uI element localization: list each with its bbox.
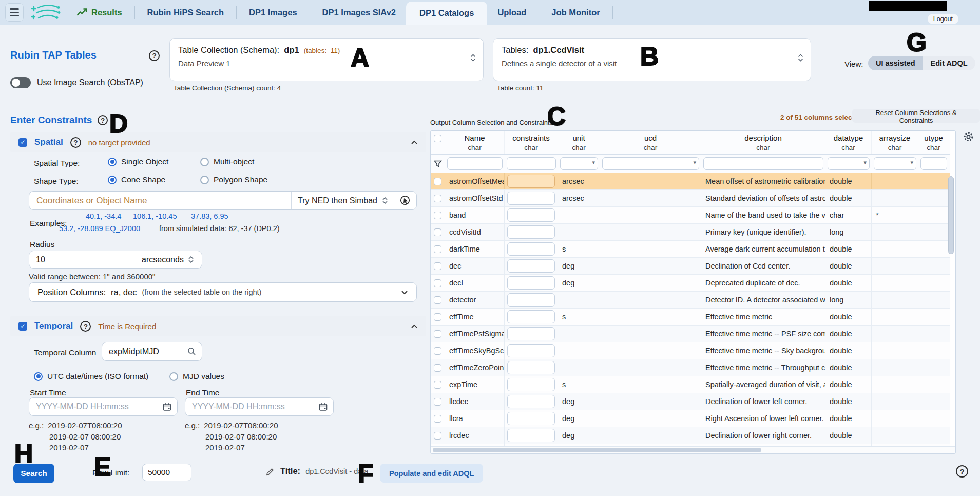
- column-header-datatype[interactable]: datatypechar: [825, 131, 872, 154]
- row-constraint-input[interactable]: [507, 429, 555, 442]
- table-row[interactable]: effTimeSkyBgScalEffective time metric --…: [431, 342, 950, 359]
- table-row[interactable]: darkTimesAverage dark current accumulati…: [431, 241, 950, 258]
- tab-dp1-catalogs-active[interactable]: DP1 Catalogs: [406, 2, 487, 25]
- row-constraint-input[interactable]: [507, 310, 555, 323]
- radius-unit-select[interactable]: arcseconds: [133, 251, 202, 268]
- temporal-column-input[interactable]: expMidptMJD: [102, 342, 202, 361]
- row-constraint-input[interactable]: [507, 175, 555, 188]
- row-checkbox[interactable]: [434, 279, 441, 287]
- row-checkbox[interactable]: [434, 195, 441, 202]
- tab-dp1-images[interactable]: DP1 Images: [239, 0, 308, 25]
- filter-funnel-icon[interactable]: [431, 155, 445, 173]
- example-link[interactable]: 40.1, -34.4: [86, 212, 121, 220]
- row-constraint-input[interactable]: [507, 378, 555, 391]
- table-options-gear-icon[interactable]: [963, 131, 974, 142]
- pencil-icon[interactable]: [266, 467, 275, 476]
- row-checkbox[interactable]: [434, 432, 441, 440]
- column-header-arraysize[interactable]: arraysizechar: [872, 131, 918, 154]
- row-checkbox[interactable]: [434, 381, 441, 389]
- radius-input[interactable]: 10: [29, 255, 133, 264]
- calendar-icon[interactable]: [163, 403, 177, 411]
- logout-button[interactable]: Logout: [928, 14, 958, 24]
- row-checkbox[interactable]: [434, 178, 441, 185]
- row-constraint-input[interactable]: [507, 412, 555, 425]
- row-constraint-input[interactable]: [507, 276, 555, 290]
- table-row[interactable]: effTimePsfSigmaSEffective time metric --…: [431, 326, 950, 342]
- row-checkbox[interactable]: [434, 347, 441, 355]
- temporal-section-header[interactable]: Temporal ? Time is Required: [10, 316, 426, 336]
- filter-ucd-select[interactable]: [602, 157, 699, 170]
- row-constraint-input[interactable]: [507, 192, 555, 205]
- position-picker-icon[interactable]: [394, 192, 416, 209]
- tab-rubin-hips-search[interactable]: Rubin HiPS Search: [137, 0, 234, 25]
- table-row[interactable]: lrcdecdegDeclination of lower right corn…: [431, 427, 950, 444]
- stepper-icon[interactable]: [470, 54, 476, 62]
- start-time-input[interactable]: YYYY-MM-DD HH:mm:ss: [29, 397, 178, 416]
- spatial-section-header[interactable]: Spatial ? no target provided: [10, 132, 426, 152]
- row-constraint-input[interactable]: [507, 242, 555, 256]
- radio-cone-shape[interactable]: Cone Shape: [108, 175, 165, 184]
- reset-columns-button[interactable]: Reset Column Selections & Constraints: [852, 109, 980, 123]
- table-row[interactable]: astromOffsetStdarcsecStandard deviation …: [431, 190, 950, 207]
- resolver-select[interactable]: Try NED then Simbad: [291, 192, 394, 209]
- table-row[interactable]: detectorDetector ID. A detector associat…: [431, 292, 950, 309]
- table-row[interactable]: effTimeZeroPointSEffective time metric -…: [431, 359, 950, 376]
- tab-job-monitor[interactable]: Job Monitor: [541, 0, 610, 25]
- radio-polygon-shape[interactable]: Polygon Shape: [200, 175, 267, 184]
- select-all-checkbox[interactable]: [434, 135, 441, 142]
- help-icon[interactable]: ?: [80, 321, 91, 332]
- table-row[interactable]: llcradegRight Ascension of lower left co…: [431, 410, 950, 427]
- column-search-icon[interactable]: [187, 347, 202, 356]
- column-header-unit[interactable]: unitchar: [558, 131, 600, 154]
- row-constraint-input[interactable]: [507, 361, 555, 374]
- row-checkbox[interactable]: [434, 262, 441, 270]
- row-constraint-input[interactable]: [507, 225, 555, 239]
- schema-select[interactable]: Table Collection (Schema): dp1 (tables: …: [169, 38, 484, 81]
- help-icon[interactable]: ?: [956, 465, 968, 478]
- table-row[interactable]: astromOffsetMeanarcsecMean offset of ast…: [431, 173, 950, 190]
- populate-adql-button[interactable]: Populate and edit ADQL: [380, 464, 483, 483]
- tab-dp1-images-siav2[interactable]: DP1 Images SIAv2: [312, 0, 406, 25]
- row-checkbox[interactable]: [434, 313, 441, 321]
- collapse-chevron-icon[interactable]: [411, 140, 418, 145]
- table-row[interactable]: decldegDeprecated duplicate of dec.doubl…: [431, 275, 950, 292]
- menu-icon[interactable]: [5, 3, 24, 22]
- collapse-chevron-icon[interactable]: [411, 324, 418, 329]
- radio-single-object[interactable]: Single Object: [108, 157, 168, 166]
- row-checkbox[interactable]: [434, 415, 441, 423]
- help-icon[interactable]: ?: [149, 50, 160, 61]
- table-row[interactable]: ccdVisitIdPrimary key (unique identifier…: [431, 224, 950, 241]
- row-checkbox[interactable]: [434, 212, 441, 219]
- table-row[interactable]: decdegDeclination of Ccd center.double: [431, 258, 950, 275]
- table-row[interactable]: llcdecdegDeclination of lower left corne…: [431, 393, 950, 410]
- tab-upload[interactable]: Upload: [487, 0, 536, 25]
- filter-description-input[interactable]: [703, 157, 823, 170]
- row-constraint-input[interactable]: [507, 327, 555, 340]
- view-ui-assisted-button[interactable]: UI assisted: [868, 56, 923, 70]
- example-link[interactable]: 37.83, 6.95: [191, 212, 228, 220]
- row-checkbox[interactable]: [434, 228, 441, 236]
- help-icon[interactable]: ?: [98, 115, 108, 125]
- end-time-input[interactable]: YYYY-MM-DD HH:mm:ss: [185, 397, 334, 416]
- table-row[interactable]: bandName of the band used to take the vi…: [431, 207, 950, 224]
- example-link[interactable]: 53.2, -28.089 EQ_J2000: [59, 224, 140, 233]
- obstap-toggle[interactable]: [10, 77, 31, 88]
- radio-utc-format[interactable]: UTC date/times (ISO format): [34, 372, 148, 381]
- coordinates-input[interactable]: Coordinates or Object Name: [29, 196, 291, 206]
- table-row[interactable]: expTimesSpatially-averaged duration of v…: [431, 376, 950, 393]
- view-edit-adql-button[interactable]: Edit ADQL: [923, 56, 975, 70]
- tab-results[interactable]: Results: [66, 0, 132, 25]
- row-constraint-input[interactable]: [507, 208, 555, 222]
- help-icon[interactable]: ?: [70, 137, 81, 148]
- calendar-icon[interactable]: [319, 403, 333, 411]
- filter-name-input[interactable]: [447, 157, 503, 170]
- column-header-ucd[interactable]: ucdchar: [600, 131, 701, 154]
- row-constraint-input[interactable]: [507, 259, 555, 273]
- column-header-utype[interactable]: utypechar: [918, 131, 949, 154]
- row-checkbox[interactable]: [434, 330, 441, 338]
- horizontal-scrollbar-thumb[interactable]: [433, 448, 761, 452]
- radio-multi-object[interactable]: Multi-object: [200, 157, 254, 166]
- row-checkbox[interactable]: [434, 245, 441, 253]
- row-constraint-input[interactable]: [507, 344, 555, 357]
- temporal-checkbox[interactable]: [18, 322, 27, 331]
